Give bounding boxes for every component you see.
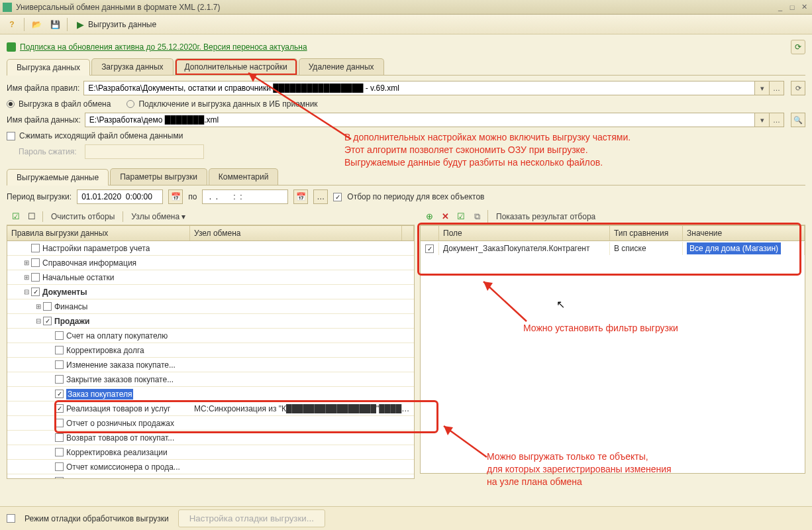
- tree-label: Документы: [42, 288, 87, 297]
- tab-import[interactable]: Загрузка данных: [91, 58, 173, 75]
- tree-row[interactable]: ⊞Финансы: [7, 299, 414, 314]
- separator: [487, 210, 488, 223]
- debug-mode-checkbox[interactable]: [7, 514, 15, 523]
- tab-advanced[interactable]: Дополнительные настройки: [175, 58, 297, 75]
- tree-row[interactable]: Отчет о розничных продажах: [7, 416, 414, 431]
- debug-settings-button[interactable]: Настройка отладки выгрузки...: [178, 509, 325, 527]
- open-icon[interactable]: 📂: [28, 17, 44, 32]
- tree-checkbox[interactable]: [31, 258, 40, 267]
- search-button[interactable]: 🔍: [791, 113, 805, 127]
- compress-checkbox[interactable]: [7, 132, 15, 140]
- tree-checkbox[interactable]: [55, 477, 64, 478]
- dropdown-button[interactable]: ▾: [755, 113, 770, 127]
- tree-row[interactable]: ⊞Начальные остатки: [7, 270, 414, 285]
- calendar-icon[interactable]: 📅: [293, 189, 308, 204]
- period-browse-button[interactable]: …: [313, 189, 328, 204]
- calendar-icon[interactable]: 📅: [168, 189, 183, 204]
- expand-icon[interactable]: ⊞: [22, 274, 31, 281]
- tree-checkbox[interactable]: [43, 302, 52, 311]
- data-file-input[interactable]: [85, 113, 755, 127]
- expand-icon[interactable]: ⊞: [22, 259, 31, 266]
- main-toolbar: ? 📂 💾 ▶ Выгрузить данные: [0, 15, 812, 34]
- tree-body[interactable]: Настройки параметров учета⊞Справочная ин…: [7, 241, 414, 478]
- tree-checkbox[interactable]: [31, 244, 40, 252]
- tree-row[interactable]: Корректировка реализации: [7, 445, 414, 460]
- reload-rules-button[interactable]: ⟳: [791, 81, 805, 95]
- tree-checkbox[interactable]: [55, 404, 64, 413]
- tree-checkbox[interactable]: [55, 331, 64, 340]
- expand-icon[interactable]: ⊟: [34, 317, 43, 325]
- apply-icon[interactable]: ☑: [454, 210, 468, 223]
- expand-icon[interactable]: ⊞: [34, 303, 43, 310]
- subscription-link[interactable]: Подписка на обновления активна до 25.12.…: [7, 42, 307, 52]
- exchange-nodes-button[interactable]: Узлы обмена ▾: [127, 212, 189, 221]
- tree-row[interactable]: ⊟Документы: [7, 285, 414, 299]
- run-export-button[interactable]: ▶ Выгрузить данные: [72, 17, 162, 32]
- tree-checkbox[interactable]: [55, 375, 64, 384]
- copy-icon[interactable]: ⧉: [470, 210, 483, 223]
- rules-file-input[interactable]: [83, 81, 755, 95]
- tree-row[interactable]: Возврат товаров от покупат...: [7, 431, 414, 445]
- delete-icon[interactable]: ✕: [438, 210, 452, 223]
- tab-export[interactable]: Выгрузка данных: [7, 59, 90, 76]
- browse-button[interactable]: …: [770, 113, 784, 127]
- close-button[interactable]: ✕: [799, 3, 809, 12]
- play-icon: ▶: [77, 19, 84, 30]
- tab-comment[interactable]: Комментарий: [209, 168, 279, 185]
- check-all-icon[interactable]: ☑: [9, 210, 23, 223]
- tab-export-params[interactable]: Параметры выгрузки: [110, 168, 207, 185]
- minimize-button[interactable]: _: [775, 3, 786, 12]
- tree-checkbox[interactable]: [55, 433, 64, 442]
- main-tabs: Выгрузка данных Загрузка данных Дополнит…: [7, 58, 805, 76]
- tree-row[interactable]: Закрытие заказов покупате...: [7, 372, 414, 387]
- rules-grid: Правила выгрузки данных Узел обмена Наст…: [7, 225, 415, 479]
- radio-icon: [7, 100, 15, 108]
- expand-icon[interactable]: ⊟: [22, 288, 31, 295]
- filter-row[interactable]: Документ_ЗаказПокупателя.Контрагент В сп…: [421, 241, 805, 256]
- tree-checkbox[interactable]: [55, 346, 64, 354]
- tree-checkbox[interactable]: [31, 288, 40, 296]
- clear-filters-button[interactable]: Очистить отборы: [47, 212, 119, 221]
- refresh-button[interactable]: ⟳: [791, 40, 805, 54]
- period-all-checkbox[interactable]: [333, 193, 342, 201]
- tree-row[interactable]: Реализация товаров и услугМС:Синхронизац…: [7, 401, 414, 416]
- tree-checkbox[interactable]: [55, 360, 64, 369]
- maximize-button[interactable]: □: [787, 3, 797, 12]
- tree-row[interactable]: Заказ покупателя: [7, 387, 414, 401]
- show-filter-result-button[interactable]: Показать результат отбора: [492, 212, 599, 221]
- filter-value[interactable]: Все для дома (Магазин): [687, 242, 781, 254]
- uncheck-all-icon[interactable]: ☐: [25, 210, 38, 223]
- dropdown-button[interactable]: ▾: [755, 81, 770, 95]
- browse-button[interactable]: …: [770, 81, 784, 95]
- tab-delete[interactable]: Удаление данных: [299, 58, 384, 75]
- tree-checkbox[interactable]: [55, 448, 64, 456]
- filter-checkbox[interactable]: [425, 244, 434, 253]
- save-icon[interactable]: 💾: [47, 17, 63, 32]
- tree-row[interactable]: Отчет комиссионера о прода...: [7, 460, 414, 474]
- tree-row[interactable]: ⊟Продажи: [7, 314, 414, 329]
- tree-checkbox[interactable]: [55, 390, 64, 398]
- tree-row[interactable]: Изменение заказа покупате...: [7, 358, 414, 372]
- bottom-bar: Режим отладки обработчиков выгрузки Наст…: [0, 506, 812, 530]
- app-icon: [3, 3, 12, 12]
- tree-row[interactable]: Корректировка долга: [7, 343, 414, 358]
- radio-export-ib[interactable]: Подключение и выгрузка данных в ИБ прием…: [127, 99, 317, 109]
- radio-export-file[interactable]: Выгрузка в файл обмена: [7, 99, 111, 109]
- tree-row[interactable]: План продаж: [7, 474, 414, 478]
- tree-checkbox[interactable]: [55, 462, 64, 471]
- tree-row[interactable]: Настройки параметров учета: [7, 241, 414, 256]
- tree-row[interactable]: ⊞Справочная информация: [7, 256, 414, 270]
- filter-body[interactable]: Документ_ЗаказПокупателя.Контрагент В сп…: [421, 241, 805, 473]
- tree-checkbox[interactable]: [55, 419, 64, 427]
- tree-label: Заказ покупателя: [66, 389, 133, 399]
- password-input[interactable]: [85, 144, 204, 159]
- date-to-input[interactable]: [202, 189, 288, 204]
- date-from-input[interactable]: [77, 189, 163, 204]
- help-icon[interactable]: ?: [4, 17, 20, 32]
- add-icon[interactable]: ⊕: [423, 210, 436, 223]
- tree-checkbox[interactable]: [43, 317, 52, 325]
- tree-checkbox[interactable]: [31, 273, 40, 282]
- tree-row[interactable]: Счет на оплату покупателю: [7, 329, 414, 343]
- tab-exported-data[interactable]: Выгружаемые данные: [7, 169, 109, 186]
- tree-node-cell: МС:Синхронизация из "К████████████████"█…: [190, 404, 414, 413]
